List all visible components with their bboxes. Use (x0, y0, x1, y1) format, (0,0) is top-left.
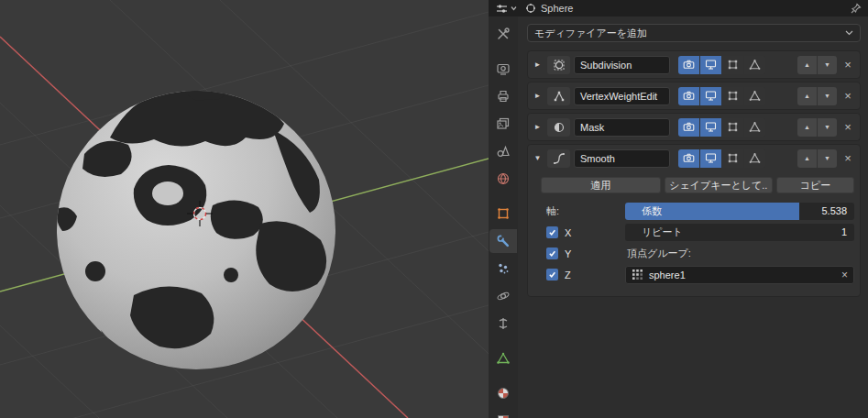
3d-viewport[interactable] (0, 0, 489, 418)
move-up-button[interactable]: ▲ (797, 149, 817, 168)
vertex-weight-modifier-icon[interactable] (547, 87, 570, 105)
modifier-header: ► VertexWeightEdit (528, 82, 860, 109)
cage-toggle[interactable] (744, 87, 765, 105)
properties-tab-tool[interactable] (489, 22, 517, 46)
move-up-button[interactable]: ▲ (797, 118, 817, 137)
modifier-name-field[interactable]: Smooth (574, 149, 670, 168)
repeat-field[interactable]: リピート 1 (625, 224, 854, 241)
move-down-button[interactable]: ▼ (818, 87, 837, 105)
reorder-buttons: ▲ ▼ (797, 118, 837, 137)
properties-tab-strip (489, 16, 518, 418)
world-globe-icon (496, 171, 511, 186)
properties-tab-scene[interactable] (489, 139, 517, 163)
modifier-display-toggles (678, 118, 765, 137)
constraint-icon (496, 316, 511, 331)
modifier-display-toggles (678, 87, 765, 105)
realtime-toggle[interactable] (700, 56, 721, 74)
expand-arrow-icon[interactable]: ▼ (532, 154, 544, 162)
properties-tab-modifiers[interactable] (489, 229, 517, 253)
cage-toggle[interactable] (744, 56, 765, 74)
reorder-buttons: ▲ ▼ (797, 87, 837, 105)
camera-back-icon (496, 61, 511, 76)
texture-checker-icon (496, 413, 511, 418)
render-toggle[interactable] (678, 118, 699, 137)
properties-tab-view-layer[interactable] (489, 112, 517, 136)
realtime-toggle[interactable] (700, 149, 721, 168)
properties-tab-world[interactable] (489, 167, 517, 191)
check-icon (548, 270, 556, 279)
modifier-header: ► Mask (528, 114, 860, 140)
smooth-settings-grid: 軸: X (541, 203, 854, 287)
axis-z-checkbox[interactable] (546, 269, 558, 280)
axis-x-checkbox[interactable] (546, 226, 558, 238)
vertex-group-value: sphere1 (649, 270, 836, 280)
breadcrumb: Sphere (525, 3, 573, 14)
properties-tab-render[interactable] (489, 57, 517, 81)
expand-arrow-icon[interactable]: ► (532, 123, 544, 131)
editmode-toggle[interactable] (722, 56, 743, 74)
move-up-button[interactable]: ▲ (797, 87, 817, 105)
axis-x-label: X (565, 227, 571, 238)
realtime-toggle[interactable] (700, 118, 721, 137)
axis-x-row: X (541, 224, 625, 241)
modifier-name-field[interactable]: Subdivision (574, 56, 670, 74)
smooth-modifier-icon[interactable] (547, 149, 570, 168)
apply-button[interactable]: 適用 (541, 177, 661, 193)
properties-tab-texture[interactable] (489, 409, 517, 418)
particles-icon (496, 261, 511, 276)
properties-tab-object[interactable] (489, 202, 517, 226)
subsurf-modifier-icon[interactable] (547, 56, 570, 74)
editmode-toggle[interactable] (722, 118, 743, 137)
expand-arrow-icon[interactable]: ► (532, 92, 544, 100)
add-modifier-dropdown[interactable]: モディファイアーを追加 (527, 24, 861, 42)
apply-as-shapekey-button[interactable]: シェイプキーとして.. (665, 177, 773, 193)
properties-tab-object-data[interactable] (489, 346, 517, 370)
factor-slider[interactable]: 係数 5.538 (625, 203, 854, 220)
clear-x-icon[interactable]: × (841, 269, 848, 281)
copy-button[interactable]: コピー (776, 177, 854, 193)
modifier-vertexweightedit: ► VertexWeightEdit (527, 82, 861, 110)
modifier-name-field[interactable]: Mask (574, 118, 670, 137)
modifier-name-field[interactable]: VertexWeightEdit (574, 87, 670, 105)
axis-y-checkbox[interactable] (546, 248, 558, 259)
smooth-modifier-settings: 適用 シェイプキーとして.. コピー 軸: (528, 171, 860, 296)
realtime-toggle[interactable] (700, 87, 721, 105)
render-toggle[interactable] (678, 56, 699, 74)
move-down-button[interactable]: ▼ (818, 118, 837, 137)
mask-modifier-icon[interactable] (547, 118, 570, 137)
render-toggle[interactable] (678, 149, 699, 168)
properties-tab-material[interactable] (489, 381, 517, 405)
modifier-action-buttons: 適用 シェイプキーとして.. コピー (541, 177, 854, 193)
properties-tab-particles[interactable] (489, 257, 517, 280)
modifier-panel: モディファイアーを追加 ► (518, 16, 868, 418)
delete-modifier-button[interactable]: × (841, 89, 855, 104)
delete-modifier-button[interactable]: × (841, 120, 855, 135)
repeat-value: 1 (841, 224, 847, 241)
move-down-button[interactable]: ▼ (818, 56, 837, 74)
axis-z-row: Z (541, 266, 625, 283)
modifier-header: ► Subdivision (528, 51, 860, 78)
move-up-button[interactable]: ▲ (797, 56, 817, 74)
modifier-header: ▼ Smooth (528, 145, 860, 171)
cage-toggle[interactable] (744, 118, 765, 137)
render-toggle[interactable] (678, 87, 699, 105)
properties-body: モディファイアーを追加 ► (489, 16, 868, 418)
move-down-button[interactable]: ▼ (818, 149, 837, 168)
delete-modifier-button[interactable]: × (841, 58, 855, 72)
delete-modifier-button[interactable]: × (841, 151, 855, 166)
check-icon (548, 249, 556, 258)
viewport-canvas (0, 0, 489, 418)
cage-toggle[interactable] (744, 149, 765, 168)
editmode-toggle[interactable] (722, 87, 743, 105)
properties-tab-constraints[interactable] (489, 312, 517, 336)
vertex-group-field[interactable]: sphere1 × (625, 266, 854, 284)
expand-arrow-icon[interactable]: ► (532, 60, 544, 69)
factor-label: 係数 (642, 203, 662, 220)
properties-tab-physics[interactable] (489, 284, 517, 308)
editmode-toggle[interactable] (722, 149, 743, 168)
physics-orbit-icon (496, 289, 511, 303)
modifier-display-toggles (678, 56, 765, 74)
editor-type-selector[interactable] (493, 2, 519, 16)
pin-icon[interactable] (851, 3, 862, 14)
properties-tab-output[interactable] (489, 84, 517, 108)
